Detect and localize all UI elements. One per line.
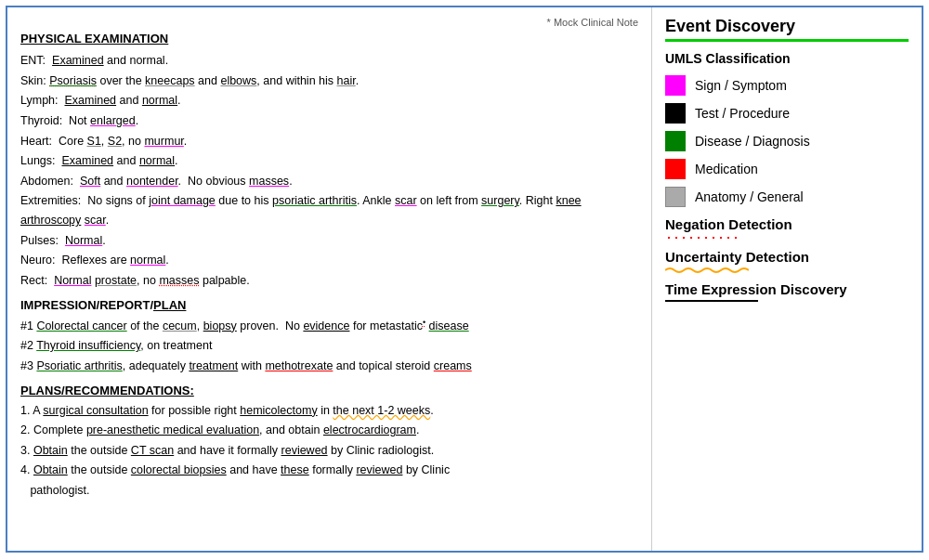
clinical-text: ENT: Examined and normal. Skin: Psoriasi… — [20, 51, 638, 291]
mock-note-label: * Mock Clinical Note — [20, 17, 638, 28]
legend-test-procedure: Test / Procedure — [665, 103, 909, 124]
test-procedure-label: Test / Procedure — [695, 106, 790, 121]
legend-anatomy-general: Anatomy / General — [665, 187, 909, 207]
anatomy-general-label: Anatomy / General — [695, 189, 804, 204]
main-content: * Mock Clinical Note PHYSICAL EXAMINATIO… — [7, 7, 652, 551]
negation-dots-indicator — [665, 234, 739, 241]
uncertainty-wave-indicator — [665, 267, 749, 274]
impression-title: IMPRESSION/REPORT/PLAN — [20, 298, 638, 312]
time-expression-title: Time Expression Discovery — [665, 281, 909, 297]
legend-disease-diagnosis: Disease / Diagnosis — [665, 131, 909, 151]
negation-section: Negation Detection — [665, 216, 909, 241]
medication-label: Medication — [695, 162, 758, 176]
impression-text: #1 Colorectal cancer of the cecum, biops… — [20, 316, 638, 376]
sign-symptom-color-box — [665, 75, 686, 96]
sign-symptom-label: Sign / Symptom — [695, 78, 787, 93]
negation-title: Negation Detection — [665, 216, 909, 232]
test-procedure-color-box — [665, 103, 686, 124]
uncertainty-title: Uncertainty Detection — [665, 249, 909, 265]
medication-color-box — [665, 159, 686, 179]
sidebar-umls-subtitle: UMLS Classification — [665, 51, 909, 66]
legend-sign-symptom: Sign / Symptom — [665, 75, 909, 96]
anatomy-general-color-box — [665, 187, 686, 207]
disease-diagnosis-color-box — [665, 131, 686, 151]
time-expression-line — [665, 300, 758, 302]
sidebar: Event Discovery UMLS Classification Sign… — [652, 7, 922, 551]
legend-medication: Medication — [665, 159, 909, 179]
time-expression-section: Time Expression Discovery — [665, 281, 909, 302]
uncertainty-section: Uncertainty Detection — [665, 249, 909, 274]
plans-text: 1. A surgical consultation for possible … — [20, 401, 638, 501]
plans-title: PLANS/RECOMMENDATIONS: — [20, 384, 638, 397]
sidebar-event-discovery-title: Event Discovery — [665, 17, 909, 42]
physical-exam-title: PHYSICAL EXAMINATION — [20, 32, 638, 46]
disease-diagnosis-label: Disease / Diagnosis — [695, 134, 810, 149]
